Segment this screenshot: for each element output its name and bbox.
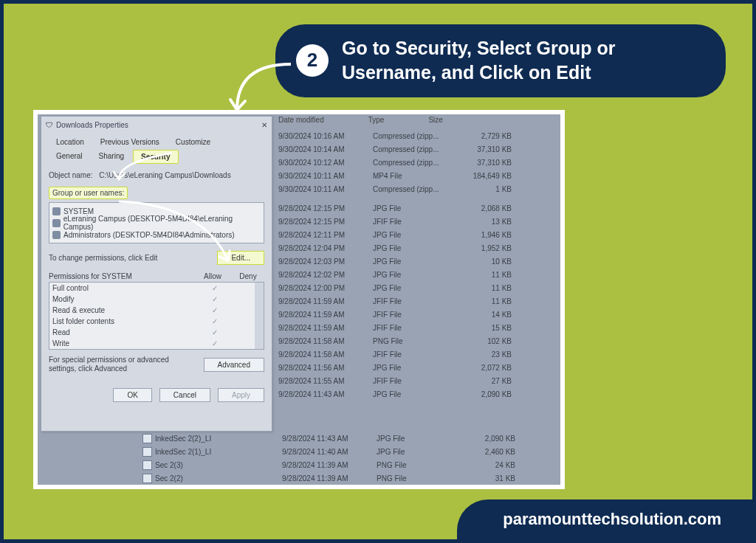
advanced-hint: For special permissions or advanced sett… (49, 356, 198, 373)
file-icon (142, 474, 152, 483)
properties-dialog: 🛡 Downloads Properties ✕ Location Previo… (41, 116, 272, 432)
table-row[interactable]: 9/28/2024 11:59 AMJFIF File11 KB (278, 294, 512, 308)
table-row[interactable]: 9/30/2024 10:12 AMCompressed (zipp...37,… (278, 156, 512, 169)
close-icon[interactable]: ✕ (261, 121, 267, 129)
table-row[interactable]: Sec 2(1)9/28/2024 11:38 AMPNG File79 KB (142, 485, 515, 489)
table-row[interactable]: 9/28/2024 12:02 PMJPG File11 KB (278, 268, 512, 281)
perm-name: Read (52, 328, 196, 336)
table-row[interactable]: 9/28/2024 12:15 PMJFIF File13 KB (278, 215, 512, 228)
explorer-column-headers: Date modified Type Size (278, 116, 443, 124)
apply-button[interactable]: Apply (218, 388, 264, 402)
instruction-callout: 2 Go to Security, Select Group or Userna… (275, 24, 726, 97)
group-usernames-label: Group or user names: (49, 187, 128, 199)
permissions-listbox[interactable]: Full control✓ Modify✓ Read & execute✓ Li… (49, 282, 264, 350)
list-item-label: eLeraning Campus (DESKTOP-5M4DI84\eLeran… (63, 215, 261, 231)
user-icon (52, 207, 61, 215)
col-date[interactable]: Date modified (278, 116, 324, 124)
perm-name: Full control (52, 284, 196, 292)
ok-button[interactable]: OK (113, 388, 151, 402)
table-row[interactable]: Sec 2(2)9/28/2024 11:39 AMPNG File31 KB (142, 471, 515, 485)
perm-name: Read & execute (52, 306, 196, 314)
check-icon: ✓ (196, 284, 234, 292)
table-row[interactable]: 9/30/2024 10:11 AMMP4 File184,649 KB (278, 169, 512, 182)
footer-site: paramounttechsolution.com (457, 499, 752, 539)
tab-location[interactable]: Location (49, 136, 92, 148)
table-row[interactable]: 9/28/2024 11:58 AMPNG File102 KB (278, 334, 512, 347)
scrollbar[interactable] (255, 283, 264, 349)
check-icon: ✓ (196, 328, 234, 336)
permissions-header: Permissions for SYSTEM (49, 272, 193, 280)
object-path: C:\Users\eLeraning Campus\Downloads (99, 171, 230, 179)
perm-name: Modify (52, 295, 196, 303)
tab-general[interactable]: General (49, 150, 90, 164)
tab-sharing[interactable]: Sharing (92, 150, 131, 164)
object-name-label: Object name: (49, 171, 92, 179)
tabs-row-1: Location Previous Versions Customize (49, 136, 264, 150)
table-row[interactable]: 9/28/2024 12:11 PMJPG File1,946 KB (278, 228, 512, 241)
instruction-text: Go to Security, Select Group or Username… (342, 36, 705, 84)
advanced-button[interactable]: Advanced (204, 358, 264, 372)
file-icon (142, 447, 152, 457)
table-row[interactable]: 9/30/2024 10:16 AMCompressed (zipp...2,7… (278, 129, 512, 142)
table-row[interactable]: 9/28/2024 12:04 PMJPG File1,952 KB (278, 241, 512, 255)
table-row[interactable]: 9/28/2024 12:00 PMJPG File11 KB (278, 281, 512, 294)
table-row[interactable]: 9/28/2024 11:59 AMJFIF File15 KB (278, 321, 512, 334)
tab-customize[interactable]: Customize (168, 136, 218, 148)
screenshot-frame: Date modified Type Size 9/30/2024 10:16 … (33, 110, 565, 489)
table-row[interactable]: 9/28/2024 11:58 AMJFIF File23 KB (278, 347, 512, 361)
cancel-button[interactable]: Cancel (159, 388, 210, 402)
check-icon: ✓ (196, 339, 234, 347)
dialog-titlebar[interactable]: 🛡 Downloads Properties ✕ (41, 117, 272, 133)
user-icon (52, 219, 61, 227)
shield-icon: 🛡 (46, 121, 53, 129)
object-name-row: Object name: C:\Users\eLeraning Campus\D… (49, 171, 264, 179)
check-icon: ✓ (196, 295, 234, 303)
table-row[interactable]: 9/28/2024 11:56 AMJPG File2,072 KB (278, 361, 512, 374)
deny-header: Deny (232, 272, 264, 280)
check-icon: ✓ (196, 306, 234, 314)
step-number-badge: 2 (296, 44, 329, 77)
file-list: 9/30/2024 10:16 AMCompressed (zipp...2,7… (278, 129, 512, 401)
list-item-label: SYSTEM (63, 207, 94, 215)
table-row[interactable]: InkedSec 2(1)_LI9/28/2024 11:40 AMJPG Fi… (142, 445, 515, 458)
group-user-listbox[interactable]: SYSTEM eLeraning Campus (DESKTOP-5M4DI84… (49, 202, 264, 243)
table-row[interactable]: Sec 2(3)9/28/2024 11:39 AMPNG File24 KB (142, 458, 515, 471)
file-icon (142, 460, 152, 470)
table-row[interactable]: 9/28/2024 12:03 PMJPG File10 KB (278, 255, 512, 268)
file-icon (142, 487, 152, 490)
edit-button[interactable]: Edit... (217, 251, 264, 265)
file-icon (142, 434, 152, 443)
table-row[interactable]: 9/28/2024 11:55 AMJFIF File27 KB (278, 374, 512, 387)
table-row[interactable]: InkedSec 2(2)_LI9/28/2024 11:43 AMJPG Fi… (142, 432, 515, 445)
user-icon (52, 231, 61, 239)
list-item-label: Administrators (DESKTOP-5M4DI84\Administ… (63, 231, 235, 239)
col-type[interactable]: Type (368, 116, 385, 124)
perm-name: List folder contents (52, 317, 196, 325)
allow-header: Allow (193, 272, 232, 280)
file-list-named: InkedSec 2(2)_LI9/28/2024 11:43 AMJPG Fi… (142, 432, 515, 489)
table-row[interactable]: 9/28/2024 11:59 AMJFIF File14 KB (278, 308, 512, 321)
table-row[interactable]: 9/28/2024 12:15 PMJPG File2,068 KB (278, 201, 512, 215)
tab-security[interactable]: Security (133, 150, 178, 164)
table-row[interactable]: 9/30/2024 10:14 AMCompressed (zipp...37,… (278, 142, 512, 156)
tab-previous-versions[interactable]: Previous Versions (93, 136, 167, 148)
dialog-title: Downloads Properties (56, 121, 128, 129)
list-item[interactable]: eLeraning Campus (DESKTOP-5M4DI84\eLeran… (52, 217, 261, 229)
list-item[interactable]: Administrators (DESKTOP-5M4DI84\Administ… (52, 229, 261, 241)
table-row[interactable]: 9/28/2024 11:43 AMJPG File2,090 KB (278, 387, 512, 401)
table-row[interactable]: 9/30/2024 10:11 AMCompressed (zipp...1 K… (278, 182, 512, 196)
tabs-row-2: General Sharing Security (49, 150, 264, 165)
col-size[interactable]: Size (428, 116, 442, 124)
edit-hint: To change permissions, click Edit (49, 254, 157, 262)
perm-name: Write (52, 339, 196, 347)
check-icon: ✓ (196, 317, 234, 325)
